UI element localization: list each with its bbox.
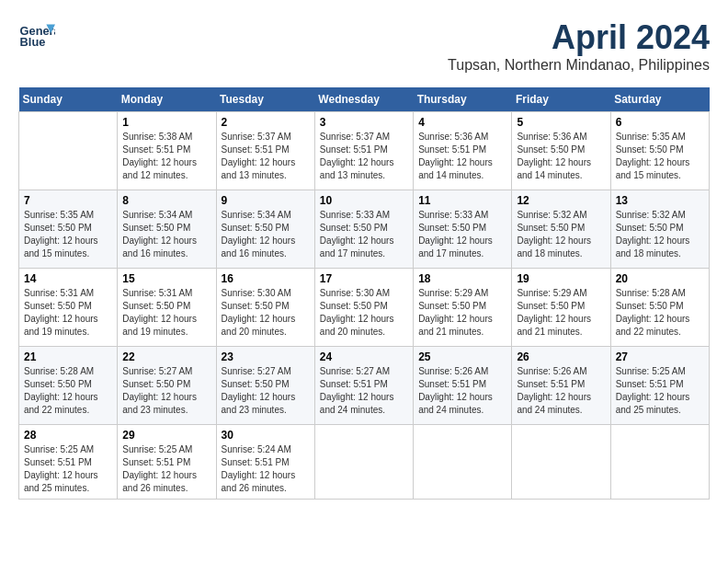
calendar-cell: [512, 425, 610, 500]
day-number: 25: [418, 350, 506, 363]
day-number: 4: [418, 116, 506, 129]
day-number: 29: [122, 429, 210, 442]
calendar-week-row: 21Sunrise: 5:28 AM Sunset: 5:50 PM Dayli…: [19, 347, 710, 425]
day-of-week-header: Tuesday: [216, 87, 314, 112]
calendar-cell: 26Sunrise: 5:26 AM Sunset: 5:51 PM Dayli…: [512, 347, 610, 425]
day-number: 7: [24, 194, 112, 207]
month-title: April 2024: [448, 18, 710, 57]
calendar-cell: 2Sunrise: 5:37 AM Sunset: 5:51 PM Daylig…: [216, 112, 314, 190]
day-info: Sunrise: 5:27 AM Sunset: 5:50 PM Dayligh…: [222, 365, 310, 417]
day-info: Sunrise: 5:33 AM Sunset: 5:50 PM Dayligh…: [320, 209, 408, 260]
calendar-cell: 7Sunrise: 5:35 AM Sunset: 5:50 PM Daylig…: [19, 190, 118, 269]
day-info: Sunrise: 5:34 AM Sunset: 5:50 PM Dayligh…: [222, 209, 310, 260]
calendar-week-row: 14Sunrise: 5:31 AM Sunset: 5:50 PM Dayli…: [19, 269, 710, 347]
calendar-cell: [610, 425, 709, 500]
logo-icon: General Blue: [18, 18, 55, 55]
day-number: 18: [418, 272, 506, 285]
calendar-cell: 13Sunrise: 5:32 AM Sunset: 5:50 PM Dayli…: [610, 190, 709, 269]
day-info: Sunrise: 5:25 AM Sunset: 5:51 PM Dayligh…: [122, 443, 210, 495]
calendar-cell: [414, 425, 512, 500]
day-of-week-header: Friday: [512, 87, 610, 112]
day-info: Sunrise: 5:38 AM Sunset: 5:51 PM Dayligh…: [122, 131, 210, 182]
day-info: Sunrise: 5:35 AM Sunset: 5:50 PM Dayligh…: [616, 131, 704, 182]
calendar-cell: 25Sunrise: 5:26 AM Sunset: 5:51 PM Dayli…: [414, 347, 512, 425]
day-number: 10: [320, 194, 408, 207]
calendar-cell: 28Sunrise: 5:25 AM Sunset: 5:51 PM Dayli…: [19, 425, 118, 500]
calendar-cell: 22Sunrise: 5:27 AM Sunset: 5:50 PM Dayli…: [118, 347, 216, 425]
calendar-cell: 6Sunrise: 5:35 AM Sunset: 5:50 PM Daylig…: [610, 112, 709, 190]
day-info: Sunrise: 5:34 AM Sunset: 5:50 PM Dayligh…: [122, 209, 210, 260]
calendar-cell: 27Sunrise: 5:25 AM Sunset: 5:51 PM Dayli…: [610, 347, 709, 425]
day-info: Sunrise: 5:27 AM Sunset: 5:50 PM Dayligh…: [122, 365, 210, 417]
calendar-cell: [314, 425, 413, 500]
day-info: Sunrise: 5:37 AM Sunset: 5:51 PM Dayligh…: [222, 131, 310, 182]
day-number: 23: [222, 350, 310, 363]
logo: General Blue: [18, 18, 55, 55]
calendar-week-row: 7Sunrise: 5:35 AM Sunset: 5:50 PM Daylig…: [19, 190, 710, 269]
day-info: Sunrise: 5:25 AM Sunset: 5:51 PM Dayligh…: [616, 365, 704, 417]
calendar-cell: 29Sunrise: 5:25 AM Sunset: 5:51 PM Dayli…: [118, 425, 216, 500]
day-number: 1: [122, 116, 210, 129]
calendar-cell: 30Sunrise: 5:24 AM Sunset: 5:51 PM Dayli…: [216, 425, 314, 500]
day-number: 3: [320, 116, 408, 129]
calendar-cell: 18Sunrise: 5:29 AM Sunset: 5:50 PM Dayli…: [414, 269, 512, 347]
day-number: 12: [517, 194, 605, 207]
calendar-cell: 23Sunrise: 5:27 AM Sunset: 5:50 PM Dayli…: [216, 347, 314, 425]
calendar-table: SundayMondayTuesdayWednesdayThursdayFrid…: [18, 87, 710, 500]
calendar-cell: 1Sunrise: 5:38 AM Sunset: 5:51 PM Daylig…: [118, 112, 216, 190]
day-info: Sunrise: 5:31 AM Sunset: 5:50 PM Dayligh…: [24, 287, 112, 339]
day-number: 24: [320, 350, 408, 363]
day-info: Sunrise: 5:29 AM Sunset: 5:50 PM Dayligh…: [418, 287, 506, 339]
calendar-cell: 15Sunrise: 5:31 AM Sunset: 5:50 PM Dayli…: [118, 269, 216, 347]
day-number: 17: [320, 272, 408, 285]
location-title: Tupsan, Northern Mindanao, Philippines: [448, 57, 710, 74]
day-info: Sunrise: 5:37 AM Sunset: 5:51 PM Dayligh…: [320, 131, 408, 182]
day-info: Sunrise: 5:36 AM Sunset: 5:50 PM Dayligh…: [517, 131, 605, 182]
day-info: Sunrise: 5:28 AM Sunset: 5:50 PM Dayligh…: [24, 365, 112, 417]
calendar-cell: 11Sunrise: 5:33 AM Sunset: 5:50 PM Dayli…: [414, 190, 512, 269]
day-of-week-header: Monday: [118, 87, 216, 112]
calendar-cell: 4Sunrise: 5:36 AM Sunset: 5:51 PM Daylig…: [414, 112, 512, 190]
day-of-week-header: Sunday: [19, 87, 118, 112]
calendar-cell: 21Sunrise: 5:28 AM Sunset: 5:50 PM Dayli…: [19, 347, 118, 425]
calendar-cell: 9Sunrise: 5:34 AM Sunset: 5:50 PM Daylig…: [216, 190, 314, 269]
day-number: 2: [222, 116, 310, 129]
day-number: 28: [24, 429, 112, 442]
day-number: 5: [517, 116, 605, 129]
day-of-week-header: Saturday: [610, 87, 709, 112]
day-info: Sunrise: 5:30 AM Sunset: 5:50 PM Dayligh…: [222, 287, 310, 339]
calendar-cell: 12Sunrise: 5:32 AM Sunset: 5:50 PM Dayli…: [512, 190, 610, 269]
day-info: Sunrise: 5:24 AM Sunset: 5:51 PM Dayligh…: [222, 443, 310, 495]
day-number: 22: [122, 350, 210, 363]
day-info: Sunrise: 5:30 AM Sunset: 5:50 PM Dayligh…: [320, 287, 408, 339]
title-section: April 2024 Tupsan, Northern Mindanao, Ph…: [448, 18, 710, 74]
calendar-cell: 3Sunrise: 5:37 AM Sunset: 5:51 PM Daylig…: [314, 112, 413, 190]
day-info: Sunrise: 5:25 AM Sunset: 5:51 PM Dayligh…: [24, 443, 112, 495]
page-header: General Blue April 2024 Tupsan, Northern…: [18, 18, 710, 74]
day-info: Sunrise: 5:26 AM Sunset: 5:51 PM Dayligh…: [517, 365, 605, 417]
day-number: 14: [24, 272, 112, 285]
day-number: 6: [616, 116, 704, 129]
calendar-cell: [19, 112, 118, 190]
calendar-cell: 8Sunrise: 5:34 AM Sunset: 5:50 PM Daylig…: [118, 190, 216, 269]
day-number: 11: [418, 194, 506, 207]
day-number: 20: [616, 272, 704, 285]
day-number: 21: [24, 350, 112, 363]
day-info: Sunrise: 5:28 AM Sunset: 5:50 PM Dayligh…: [616, 287, 704, 339]
day-number: 8: [122, 194, 210, 207]
day-number: 26: [517, 350, 605, 363]
day-number: 13: [616, 194, 704, 207]
day-info: Sunrise: 5:33 AM Sunset: 5:50 PM Dayligh…: [418, 209, 506, 260]
calendar-cell: 20Sunrise: 5:28 AM Sunset: 5:50 PM Dayli…: [610, 269, 709, 347]
calendar-cell: 14Sunrise: 5:31 AM Sunset: 5:50 PM Dayli…: [19, 269, 118, 347]
calendar-week-row: 1Sunrise: 5:38 AM Sunset: 5:51 PM Daylig…: [19, 112, 710, 190]
day-number: 30: [222, 429, 310, 442]
calendar-cell: 19Sunrise: 5:29 AM Sunset: 5:50 PM Dayli…: [512, 269, 610, 347]
day-info: Sunrise: 5:32 AM Sunset: 5:50 PM Dayligh…: [517, 209, 605, 260]
calendar-cell: 16Sunrise: 5:30 AM Sunset: 5:50 PM Dayli…: [216, 269, 314, 347]
day-number: 15: [122, 272, 210, 285]
calendar-cell: 17Sunrise: 5:30 AM Sunset: 5:50 PM Dayli…: [314, 269, 413, 347]
day-info: Sunrise: 5:31 AM Sunset: 5:50 PM Dayligh…: [122, 287, 210, 339]
calendar-header-row: SundayMondayTuesdayWednesdayThursdayFrid…: [19, 87, 710, 112]
day-info: Sunrise: 5:35 AM Sunset: 5:50 PM Dayligh…: [24, 209, 112, 260]
